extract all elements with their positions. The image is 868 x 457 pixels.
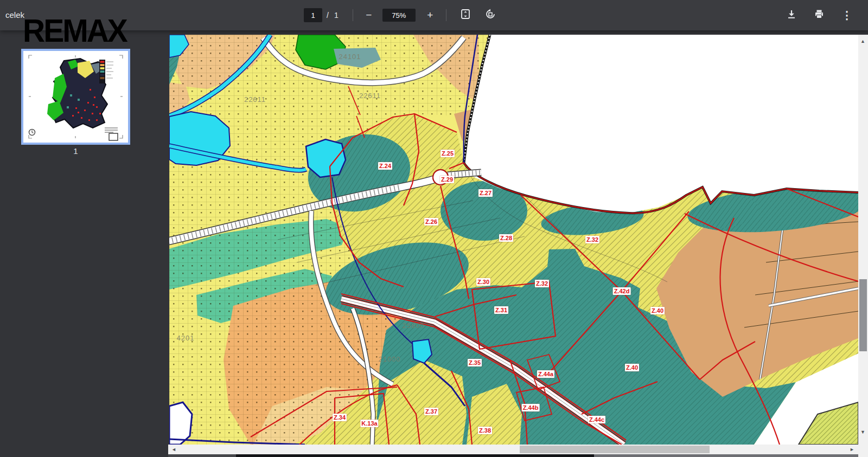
scroll-down-arrow-icon[interactable]: ▼ [860,430,865,435]
toolbar-divider [446,9,446,21]
zone-label: Z.35 [468,359,482,366]
parcel-number-label: 22611 [244,95,266,104]
scroll-up-arrow-icon[interactable]: ▲ [860,39,865,44]
bottom-edge-strip [594,454,858,457]
fit-to-page-button[interactable] [456,6,475,24]
toolbar-right: ⋮ [782,0,856,30]
print-button[interactable] [810,6,828,24]
zone-label: Z.44a [537,370,554,378]
page-separator: / [327,11,330,20]
toolbar-center: / 1 − 75% + [304,0,500,30]
vertical-scrollbar[interactable]: ▲ ▼ [858,35,868,457]
zone-label: K.13a [360,420,378,427]
document-page[interactable]: Z.24Z.25Z.29Z.27Z.26Z.28Z.32Z.30Z.32Z.42… [169,35,858,445]
rotate-button[interactable] [481,6,500,24]
fit-page-icon [460,9,471,22]
pdf-viewer-window: celek / 1 − 75% + [0,0,868,457]
zone-label: Z.32 [585,236,599,243]
page-thumbnail[interactable] [21,49,130,145]
zone-label: Z.31 [494,306,508,314]
horizontal-scrollbar-thumb[interactable] [520,446,710,453]
parcel-number-label: 21000 [378,355,400,363]
parcel-number-label: 22611 [359,92,381,100]
zone-label: Z.40 [625,364,639,371]
zone-label: Z.24 [378,162,392,170]
zone-label: Z.27 [478,189,493,197]
zone-label: Z.32 [535,280,549,287]
horizontal-scrollbar[interactable]: ◄ ► [168,445,858,454]
bottom-edge-strip [168,454,236,457]
zone-label: Z.44c [588,416,605,423]
scroll-left-arrow-icon[interactable]: ◄ [171,447,176,452]
vertical-scrollbar-thumb[interactable] [859,279,867,351]
toolbar-divider [353,9,353,21]
zone-label: Z.28 [499,234,513,242]
parcel-number-label: 4201 [177,334,195,342]
page-number-input[interactable] [304,8,322,22]
scroll-right-arrow-icon[interactable]: ► [850,447,854,452]
parcel-number-label: 25800 [402,321,424,330]
zone-label: Z.34 [333,414,347,421]
bottom-edge-strip [236,454,594,457]
zone-label: Z.30 [476,278,490,286]
zoom-out-button[interactable]: − [360,6,378,24]
zoom-level-chip[interactable]: 75% [382,9,416,22]
page-total: 1 [334,11,340,20]
parcel-number-label: 24101 [339,53,361,61]
thumbnail-page-number: 1 [21,146,130,156]
zoom-in-button[interactable]: + [421,6,439,24]
download-icon [786,9,797,22]
thumbnail-minimap [23,51,128,143]
zone-label: Z.40 [650,307,665,314]
zone-label: Z.42d [613,287,631,295]
zoning-map-canvas [169,35,858,445]
download-button[interactable] [782,6,801,24]
zone-label: Z.37 [424,408,438,415]
document-title: celek [5,0,24,30]
rotate-counterclockwise-icon [485,9,496,22]
scrollbar-corner [858,445,868,457]
zone-label: Z.26 [424,218,438,226]
zone-label: Z.29 [440,176,454,183]
more-options-button[interactable]: ⋮ [838,6,856,24]
zone-label: Z.38 [478,427,492,434]
toolbar: celek / 1 − 75% + [0,0,868,30]
print-icon [814,9,825,22]
zone-label: Z.44b [522,404,540,411]
zone-label: Z.25 [441,150,455,157]
